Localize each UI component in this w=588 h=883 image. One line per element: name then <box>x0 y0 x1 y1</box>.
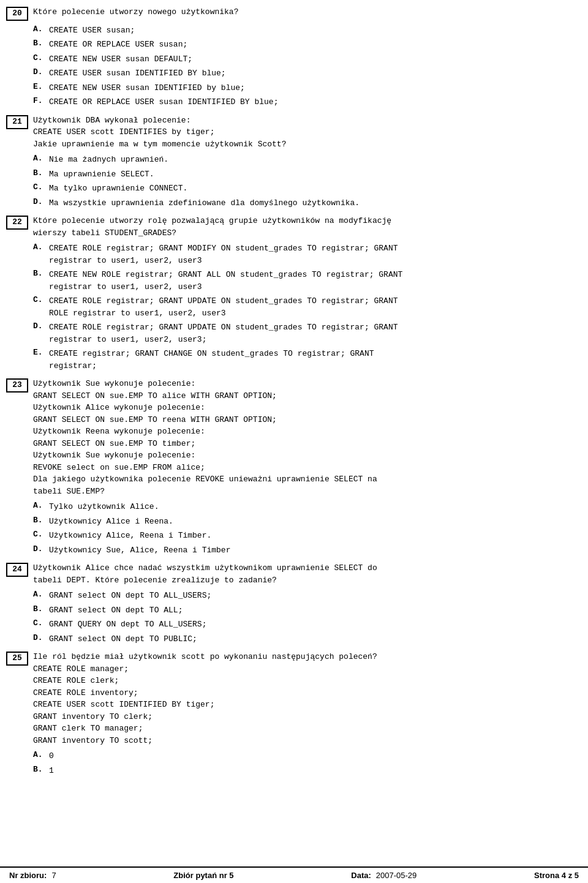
answer-text-20-b: CREATE OR REPLACE USER susan; <box>49 39 576 51</box>
answer-20-c: C. CREATE NEW USER susan DEFAULT; <box>6 53 576 66</box>
answer-20-d: D. CREATE USER susan IDENTIFIED BY blue; <box>6 67 576 80</box>
question-21: 21 Użytkownik DBA wykonał polecenie:CREA… <box>6 115 576 151</box>
answer-letter-24-b: B. <box>33 604 47 614</box>
question-text-23: Użytkownik Sue wykonuje polecenie:GRANT … <box>33 378 576 497</box>
main-content: 20 Które polecenie utworzy nowego użytko… <box>0 0 588 866</box>
answer-24-a: A. GRANT select ON dept TO ALL_USERS; <box>6 590 576 602</box>
answer-22-a: A. CREATE ROLE registrar; GRANT MODIFY O… <box>6 242 576 266</box>
answer-letter-20-e: E. <box>33 82 47 91</box>
answer-text-22-c: CREATE ROLE registrar; GRANT UPDATE ON s… <box>49 295 576 319</box>
question-25: 25 Ile ról będzie miał użytkownik scott … <box>6 651 576 746</box>
answer-letter-20-b: B. <box>33 39 47 48</box>
answer-text-25-a: 0 <box>49 750 576 762</box>
answer-24-b: B. GRANT select ON dept TO ALL; <box>6 604 576 617</box>
question-text-24: Użytkownik Alice chce nadać wszystkim uż… <box>33 562 576 586</box>
answer-letter-25-b: B. <box>33 765 47 774</box>
question-24: 24 Użytkownik Alice chce nadać wszystkim… <box>6 562 576 586</box>
answer-25-a: A. 0 <box>6 750 576 762</box>
answer-text-24-d: GRANT select ON dept TO PUBLIC; <box>49 633 576 645</box>
footer-strona-label: Strona 4 z 5 <box>534 871 579 880</box>
answer-letter-22-e: E. <box>33 348 47 357</box>
answer-letter-22-d: D. <box>33 321 47 331</box>
answer-text-20-d: CREATE USER susan IDENTIFIED BY blue; <box>49 67 576 80</box>
answer-text-22-a: CREATE ROLE registrar; GRANT MODIFY ON s… <box>49 242 576 266</box>
question-number-20: 20 <box>6 7 28 21</box>
answer-letter-24-c: C. <box>33 618 47 628</box>
answer-letter-22-c: C. <box>33 295 47 304</box>
answer-letter-23-d: D. <box>33 544 47 554</box>
footer-data-label: Data: <box>351 871 371 880</box>
answer-23-d: D. Użytkownicy Sue, Alice, Reena i Timbe… <box>6 544 576 557</box>
answer-22-e: E. CREATE registrar; GRANT CHANGE ON stu… <box>6 348 576 372</box>
answer-21-d: D. Ma wszystkie uprawnienia zdefiniowane… <box>6 197 576 209</box>
answer-text-20-a: CREATE USER susan; <box>49 24 576 37</box>
answer-letter-25-a: A. <box>33 750 47 759</box>
answer-23-a: A. Tylko użytkownik Alice. <box>6 501 576 513</box>
question-number-23: 23 <box>6 378 28 393</box>
question-20: 20 Które polecenie utworzy nowego użytko… <box>6 6 576 21</box>
answer-24-d: D. GRANT select ON dept TO PUBLIC; <box>6 633 576 645</box>
answer-letter-23-b: B. <box>33 516 47 525</box>
answer-letter-23-a: A. <box>33 501 47 510</box>
answer-text-21-d: Ma wszystkie uprawnienia zdefiniowane dl… <box>49 197 576 209</box>
answer-text-23-c: Użytkownicy Alice, Reena i Timber. <box>49 530 576 542</box>
answer-25-b: B. 1 <box>6 765 576 777</box>
question-23: 23 Użytkownik Sue wykonuje polecenie:GRA… <box>6 378 576 497</box>
answer-text-22-e: CREATE registrar; GRANT CHANGE ON studen… <box>49 348 576 372</box>
answer-22-c: C. CREATE ROLE registrar; GRANT UPDATE O… <box>6 295 576 319</box>
footer-zbior: Zbiór pytań nr 5 <box>173 871 233 880</box>
question-text-25: Ile ról będzie miał użytkownik scott po … <box>33 651 576 746</box>
footer: Nr zbioru: 7 Zbiór pytań nr 5 Data: 2007… <box>0 866 588 883</box>
answer-22-b: B. CREATE NEW ROLE registrar; GRANT ALL … <box>6 269 576 293</box>
question-number-25: 25 <box>6 652 28 666</box>
answer-text-23-d: Użytkownicy Sue, Alice, Reena i Timber <box>49 544 576 557</box>
answer-23-b: B. Użytkownicy Alice i Reena. <box>6 516 576 528</box>
answer-text-23-b: Użytkownicy Alice i Reena. <box>49 516 576 528</box>
answer-text-21-a: Nie ma żadnych uprawnień. <box>49 154 576 166</box>
answer-letter-21-b: B. <box>33 168 47 178</box>
answer-20-f: F. CREATE OR REPLACE USER susan IDENTIFI… <box>6 96 576 108</box>
answer-text-24-b: GRANT select ON dept TO ALL; <box>49 604 576 617</box>
answer-21-b: B. Ma uprawnienie SELECT. <box>6 168 576 181</box>
answer-text-25-b: 1 <box>49 765 576 777</box>
answer-letter-24-a: A. <box>33 590 47 599</box>
answer-letter-21-a: A. <box>33 154 47 163</box>
answer-letter-21-c: C. <box>33 182 47 192</box>
answer-text-21-c: Ma tylko uprawnienie CONNECT. <box>49 182 576 195</box>
answer-text-23-a: Tylko użytkownik Alice. <box>49 501 576 513</box>
question-number-24: 24 <box>6 563 28 577</box>
answer-text-21-b: Ma uprawnienie SELECT. <box>49 168 576 181</box>
answer-letter-20-f: F. <box>33 96 47 105</box>
answer-letter-22-a: A. <box>33 242 47 252</box>
answer-text-20-f: CREATE OR REPLACE USER susan IDENTIFIED … <box>49 96 576 108</box>
answer-letter-23-c: C. <box>33 530 47 539</box>
answer-24-c: C. GRANT QUERY ON dept TO ALL_USERS; <box>6 618 576 631</box>
answer-text-22-d: CREATE ROLE registrar; GRANT UPDATE ON s… <box>49 321 576 345</box>
answer-letter-20-a: A. <box>33 24 47 34</box>
answer-21-c: C. Ma tylko uprawnienie CONNECT. <box>6 182 576 195</box>
footer-strona: Strona 4 z 5 <box>534 871 579 880</box>
answer-letter-21-d: D. <box>33 197 47 206</box>
answer-letter-20-d: D. <box>33 67 47 77</box>
question-text-20: Które polecenie utworzy nowego użytkowni… <box>33 6 576 18</box>
answer-letter-20-c: C. <box>33 53 47 62</box>
answer-letter-24-d: D. <box>33 633 47 642</box>
footer-nr-zbioru: Nr zbioru: 7 <box>9 871 56 880</box>
footer-nr-zbioru-value: 7 <box>51 871 56 880</box>
answer-22-d: D. CREATE ROLE registrar; GRANT UPDATE O… <box>6 321 576 345</box>
question-number-22: 22 <box>6 216 28 230</box>
footer-nr-zbioru-label: Nr zbioru: <box>9 871 47 880</box>
answer-text-20-c: CREATE NEW USER susan DEFAULT; <box>49 53 576 66</box>
answer-21-a: A. Nie ma żadnych uprawnień. <box>6 154 576 166</box>
answer-text-20-e: CREATE NEW USER susan IDENTIFIED by blue… <box>49 82 576 94</box>
answer-20-a: A. CREATE USER susan; <box>6 24 576 37</box>
question-22: 22 Które polecenie utworzy rolę pozwalaj… <box>6 215 576 239</box>
answer-20-b: B. CREATE OR REPLACE USER susan; <box>6 39 576 51</box>
answer-letter-22-b: B. <box>33 269 47 278</box>
answer-text-24-c: GRANT QUERY ON dept TO ALL_USERS; <box>49 618 576 631</box>
footer-data: Data: 2007-05-29 <box>351 871 417 880</box>
answer-text-24-a: GRANT select ON dept TO ALL_USERS; <box>49 590 576 602</box>
question-number-21: 21 <box>6 115 28 129</box>
answer-20-e: E. CREATE NEW USER susan IDENTIFIED by b… <box>6 82 576 94</box>
footer-zbior-label: Zbiór pytań nr 5 <box>173 871 233 880</box>
